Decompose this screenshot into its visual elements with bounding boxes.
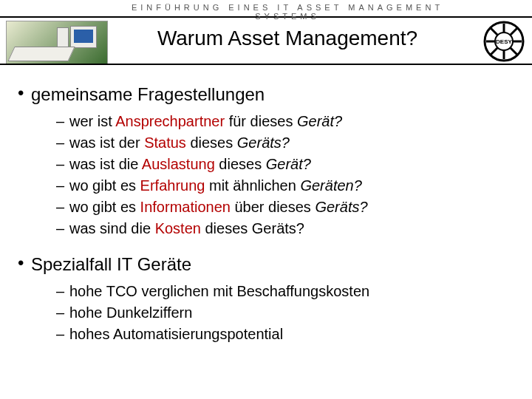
desy-logo-icon: DESY xyxy=(483,21,525,62)
bullet-heading-text: gemeinsame Fragestellungen xyxy=(31,84,265,104)
list-item: wo gibt es Informationen über dieses Ger… xyxy=(56,197,514,218)
list-item-post: dieses Geräts? xyxy=(201,220,304,236)
list-item-italic: Geräten? xyxy=(300,177,361,194)
list-item-post: dieses xyxy=(186,134,237,151)
list-item-italic: Geräts? xyxy=(237,134,290,151)
sub-list: hohe TCO verglichen mit Beschaffungskost… xyxy=(56,281,514,345)
list-item-text: hohe TCO verglichen mit Beschaffungskost… xyxy=(69,283,369,299)
logo-text: DESY xyxy=(496,38,512,45)
bullet-heading: gemeinsame Fragestellungen xyxy=(18,84,514,105)
page-title: Warum Asset Management? xyxy=(109,27,466,50)
bullet-heading: Spezialfall IT Geräte xyxy=(18,254,514,275)
list-item-pre: was ist die xyxy=(69,156,142,172)
list-item: was ist die Auslastung dieses Gerät? xyxy=(56,154,514,175)
list-item-highlight: Status xyxy=(144,134,186,151)
list-item-highlight: Kosten xyxy=(155,220,201,236)
list-item: hohe TCO verglichen mit Beschaffungskost… xyxy=(56,281,514,302)
list-item: was ist der Status dieses Geräts? xyxy=(56,132,514,154)
eyebrow-subtitle: EINFÜHRUNG EINES IT ASSET MANAGEMENT SYS… xyxy=(109,3,466,21)
list-item-italic: Geräts? xyxy=(315,199,367,215)
list-item-pre: was ist der xyxy=(69,134,144,151)
list-item: hohes Automatisierungspotential xyxy=(56,324,514,345)
list-item-post: für dieses xyxy=(225,113,297,129)
list-item-text: hohe Dunkelziffern xyxy=(69,304,192,321)
slide-header: EINFÜHRUNG EINES IT ASSET MANAGEMENT SYS… xyxy=(0,0,532,71)
list-item-pre: was sind die xyxy=(69,220,155,236)
list-item-pre: wo gibt es xyxy=(69,177,140,194)
list-item: hohe Dunkelziffern xyxy=(56,302,514,324)
list-item-italic: Gerät? xyxy=(297,113,342,129)
divider-bottom xyxy=(0,64,532,65)
list-item-post: über dieses xyxy=(231,199,316,215)
list-item-pre: wer ist xyxy=(69,113,115,129)
list-item-post: dieses xyxy=(215,156,266,172)
list-item: wer ist Ansprechpartner für dieses Gerät… xyxy=(56,111,514,132)
list-item-pre: wo gibt es xyxy=(69,199,140,215)
list-item-highlight: Ansprechpartner xyxy=(115,113,225,129)
list-item-italic: Gerät? xyxy=(266,156,311,172)
list-item-highlight: Auslastung xyxy=(142,156,215,172)
list-item-highlight: Erfahrung xyxy=(140,177,205,194)
slide-body: gemeinsame Fragestellungen wer ist Anspr… xyxy=(0,71,532,345)
list-item: was sind die Kosten dieses Geräts? xyxy=(56,218,514,239)
list-item-text: hohes Automatisierungspotential xyxy=(69,326,283,342)
list-item-post: mit ähnlichen xyxy=(205,177,300,194)
list-item: wo gibt es Erfahrung mit ähnlichen Gerät… xyxy=(56,175,514,197)
sub-list: wer ist Ansprechpartner für dieses Gerät… xyxy=(56,111,514,239)
list-item-highlight: Informationen xyxy=(140,199,231,215)
bullet-heading-text: Spezialfall IT Geräte xyxy=(31,254,191,274)
header-computer-image xyxy=(6,21,108,65)
